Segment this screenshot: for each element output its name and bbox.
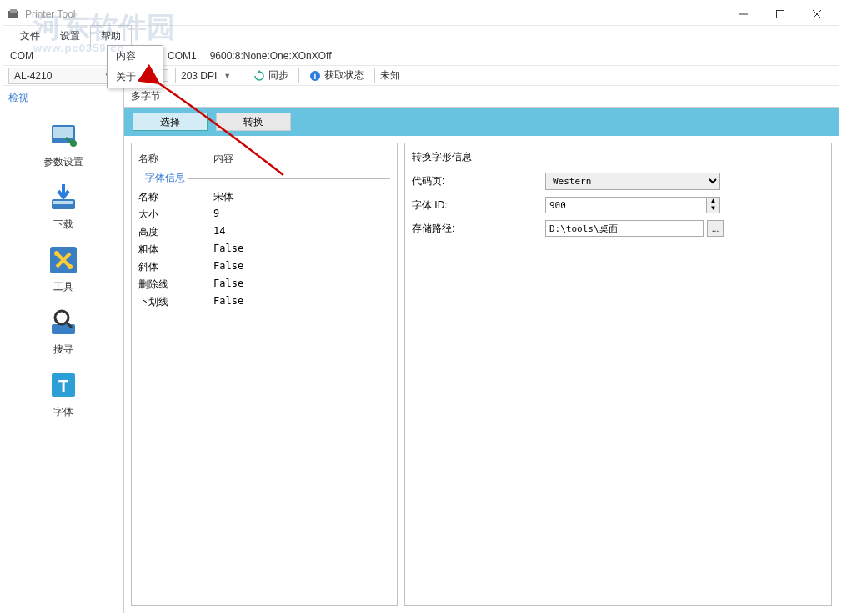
table-row: 名称宋体 bbox=[138, 188, 390, 206]
sidebar-item-label: 搜寻 bbox=[53, 343, 73, 357]
sidebar-item-label: 参数设置 bbox=[43, 155, 83, 169]
svg-rect-1 bbox=[10, 9, 17, 13]
tools-icon bbox=[47, 243, 80, 277]
tab-convert[interactable]: 转换 bbox=[216, 113, 291, 131]
separator bbox=[374, 68, 375, 83]
com-port: COM1 bbox=[161, 50, 203, 62]
font-icon: T bbox=[47, 368, 80, 402]
svg-point-17 bbox=[55, 311, 68, 324]
menu-help-about[interactable]: 关于 bbox=[108, 67, 163, 88]
settings-icon bbox=[47, 118, 80, 152]
sidebar-item-label: 字体 bbox=[53, 405, 73, 419]
menubar: 文件 设置 帮助 内容 关于 bbox=[3, 26, 839, 46]
titlebar: Printer Tool bbox=[3, 3, 839, 26]
table-row: 大小9 bbox=[138, 206, 390, 223]
separator bbox=[175, 68, 176, 83]
refresh-icon bbox=[253, 70, 265, 82]
com-label: COM bbox=[3, 50, 103, 62]
sidebar: 检视 参数设置 下载 工具 搜寻 T 字体 bbox=[3, 86, 124, 613]
download-icon bbox=[47, 181, 80, 214]
table-row: 高度14 bbox=[138, 223, 390, 241]
chevron-down-icon[interactable]: ▼ bbox=[217, 72, 238, 80]
svg-rect-9 bbox=[53, 127, 73, 138]
svg-rect-3 bbox=[777, 11, 784, 18]
sidebar-item-download[interactable]: 下载 bbox=[3, 181, 123, 232]
browse-button[interactable]: ... bbox=[707, 220, 724, 237]
search-icon bbox=[47, 306, 80, 339]
table-row: 下划线False bbox=[138, 293, 390, 311]
menu-file[interactable]: 文件 bbox=[10, 26, 50, 47]
chevron-down-icon: ▼ bbox=[707, 205, 719, 213]
maximize-button[interactable] bbox=[762, 3, 799, 26]
model-dropdown[interactable]: AL-4210▼ bbox=[8, 68, 117, 84]
svg-text:i: i bbox=[314, 72, 317, 81]
tab-strip: 选择 转换 bbox=[124, 108, 839, 136]
main-area: 多字节 选择 转换 名称 内容 字体信息 名称宋体 大小9 高度14 粗体Fal… bbox=[124, 86, 839, 613]
sidebar-header: 检视 bbox=[3, 89, 123, 107]
col-content: 内容 bbox=[213, 152, 233, 166]
svg-point-10 bbox=[70, 140, 77, 147]
menu-help-content[interactable]: 内容 bbox=[108, 46, 163, 67]
col-name: 名称 bbox=[138, 152, 213, 166]
codepage-select[interactable]: Western bbox=[545, 173, 720, 190]
dpi-label: 203 DPI bbox=[181, 70, 217, 82]
menu-settings[interactable]: 设置 bbox=[50, 26, 90, 47]
page-title: 多字节 bbox=[124, 86, 839, 108]
table-row: 粗体False bbox=[138, 241, 390, 258]
separator bbox=[298, 68, 299, 83]
group-font-info: 字体信息 bbox=[138, 168, 390, 188]
sidebar-item-label: 下载 bbox=[53, 218, 73, 232]
svg-point-15 bbox=[68, 264, 73, 269]
close-button[interactable] bbox=[799, 3, 835, 26]
sync-button[interactable]: 同步 bbox=[248, 67, 293, 84]
sidebar-item-params[interactable]: 参数设置 bbox=[3, 118, 123, 169]
font-info-panel: 名称 内容 字体信息 名称宋体 大小9 高度14 粗体False 斜体False… bbox=[131, 143, 398, 606]
table-row: 删除线False bbox=[138, 276, 390, 293]
menu-help[interactable]: 帮助 bbox=[90, 25, 132, 47]
separator bbox=[243, 68, 243, 83]
com-params: 9600:8:None:One:XOnXOff bbox=[203, 50, 338, 62]
table-row: 斜体False bbox=[138, 258, 390, 276]
fontid-label: 字体 ID: bbox=[412, 198, 545, 213]
fontid-spinner[interactable]: ▲▼ bbox=[707, 197, 720, 213]
get-status-button[interactable]: i 获取状态 bbox=[304, 67, 369, 84]
minimize-button[interactable] bbox=[725, 3, 762, 26]
tab-select[interactable]: 选择 bbox=[133, 113, 208, 131]
sidebar-item-tools[interactable]: 工具 bbox=[3, 243, 123, 294]
panel-title: 转换字形信息 bbox=[412, 150, 824, 169]
status-text: 未知 bbox=[380, 68, 400, 83]
svg-rect-12 bbox=[53, 201, 73, 204]
window-title: Printer Tool bbox=[25, 8, 725, 20]
info-icon: i bbox=[309, 70, 321, 82]
svg-point-14 bbox=[54, 251, 59, 256]
help-dropdown: 内容 关于 bbox=[107, 45, 163, 88]
sidebar-item-label: 工具 bbox=[53, 280, 73, 294]
fontid-input[interactable] bbox=[545, 197, 707, 213]
convert-info-panel: 转换字形信息 代码页: Western 字体 ID: ▲▼ bbox=[404, 143, 832, 606]
path-input[interactable] bbox=[545, 220, 704, 237]
codepage-label: 代码页: bbox=[412, 174, 545, 188]
path-label: 存储路径: bbox=[412, 222, 545, 236]
app-icon bbox=[7, 8, 20, 21]
svg-text:T: T bbox=[58, 377, 68, 395]
sidebar-item-font[interactable]: T 字体 bbox=[3, 368, 123, 419]
sidebar-item-search[interactable]: 搜寻 bbox=[3, 306, 123, 357]
